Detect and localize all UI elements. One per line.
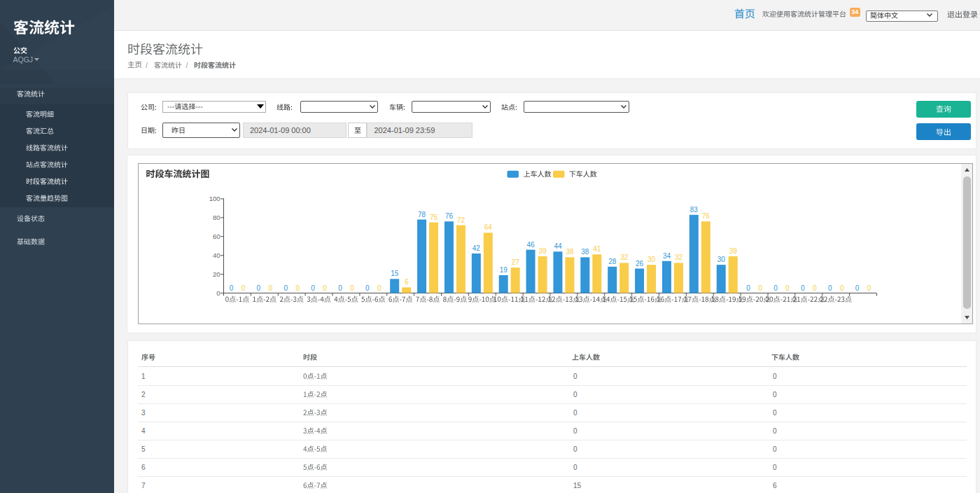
svg-text:46: 46 <box>526 241 535 249</box>
svg-text:0: 0 <box>365 284 370 292</box>
svg-text:0: 0 <box>257 284 261 292</box>
svg-text:26: 26 <box>636 260 644 268</box>
svg-text:0: 0 <box>311 284 315 292</box>
svg-text:0: 0 <box>801 284 805 292</box>
svg-text:38: 38 <box>566 248 574 256</box>
svg-text:39: 39 <box>729 247 738 255</box>
svg-text:34: 34 <box>663 252 671 260</box>
svg-text:30: 30 <box>648 256 656 263</box>
svg-text:83: 83 <box>690 206 699 214</box>
svg-text:0: 0 <box>758 284 762 292</box>
svg-text:6: 6 <box>405 278 409 286</box>
svg-text:30: 30 <box>718 256 726 263</box>
svg-text:41: 41 <box>593 245 601 253</box>
svg-text:20: 20 <box>213 270 220 278</box>
svg-text:0: 0 <box>338 284 342 292</box>
svg-text:0: 0 <box>813 284 817 292</box>
svg-text:75: 75 <box>430 214 438 221</box>
svg-text:0: 0 <box>323 284 327 292</box>
svg-text:80: 80 <box>213 214 220 221</box>
svg-text:15: 15 <box>391 270 399 277</box>
svg-text:0: 0 <box>269 284 273 292</box>
svg-text:72: 72 <box>457 216 465 224</box>
svg-text:40: 40 <box>213 251 220 259</box>
svg-text:0: 0 <box>867 284 872 292</box>
svg-text:0: 0 <box>377 284 382 292</box>
svg-text:60: 60 <box>213 232 220 240</box>
svg-text:27: 27 <box>512 258 520 266</box>
svg-text:0: 0 <box>216 289 220 297</box>
svg-text:0: 0 <box>840 284 844 292</box>
svg-text:32: 32 <box>675 254 683 261</box>
svg-text:32: 32 <box>620 254 629 261</box>
svg-text:42: 42 <box>472 244 481 252</box>
svg-text:39: 39 <box>538 247 547 255</box>
svg-text:0: 0 <box>785 284 790 292</box>
svg-text:64: 64 <box>484 223 493 231</box>
svg-text:0: 0 <box>284 284 288 292</box>
svg-text:38: 38 <box>581 248 589 256</box>
svg-text:78: 78 <box>418 211 426 218</box>
svg-text:0: 0 <box>230 284 234 292</box>
svg-text:44: 44 <box>554 242 562 250</box>
svg-text:0: 0 <box>241 284 246 292</box>
svg-text:76: 76 <box>702 212 710 220</box>
svg-text:0: 0 <box>828 284 832 292</box>
svg-text:0: 0 <box>350 284 354 292</box>
svg-text:0: 0 <box>746 284 750 292</box>
svg-text:76: 76 <box>445 212 454 220</box>
svg-text:28: 28 <box>608 258 617 265</box>
svg-text:0: 0 <box>774 284 778 292</box>
svg-text:0: 0 <box>855 284 860 292</box>
svg-text:100: 100 <box>209 195 220 202</box>
svg-text:19: 19 <box>500 266 508 274</box>
svg-text:0: 0 <box>295 284 300 292</box>
